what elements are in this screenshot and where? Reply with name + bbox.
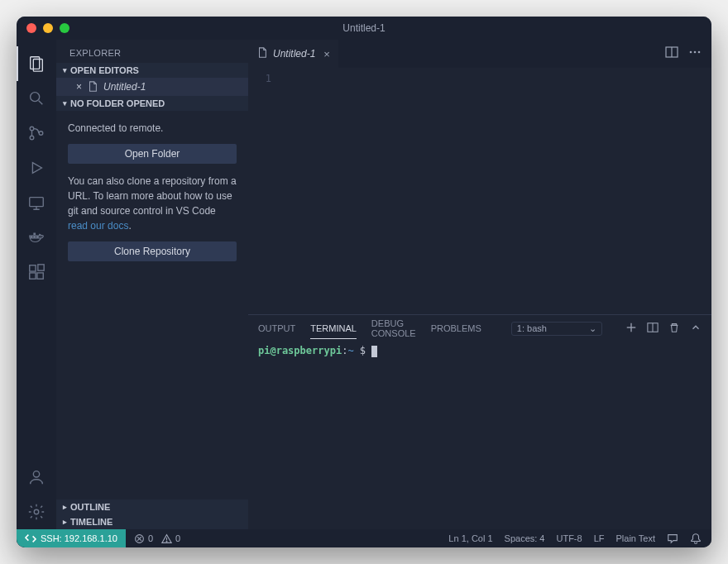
remote-explorer-tab-icon[interactable] [17, 185, 56, 220]
svg-point-6 [39, 131, 43, 136]
chevron-right-icon: ▸ [63, 503, 67, 511]
svg-rect-14 [33, 233, 36, 236]
no-folder-section[interactable]: ▾ NO FOLDER OPENED [56, 96, 248, 111]
editor-area: Untitled-1 × 1 OUTP [248, 40, 711, 529]
maximize-window-button[interactable] [60, 23, 69, 33]
open-editor-filename: Untitled-1 [103, 81, 146, 93]
source-control-tab-icon[interactable] [17, 116, 56, 151]
remote-status[interactable]: SSH: 192.168.1.10 [17, 529, 126, 547]
split-editor-icon[interactable] [665, 45, 678, 62]
timeline-section[interactable]: ▸ TIMELINE [56, 514, 248, 529]
explorer-tab-icon[interactable] [17, 46, 56, 81]
svg-rect-18 [38, 265, 44, 270]
bottom-panel: OUTPUT TERMINAL DEBUG CONSOLE PROBLEMS 1… [248, 314, 711, 529]
svg-point-19 [33, 471, 39, 477]
status-right: Ln 1, Col 1 Spaces: 4 UTF-8 LF Plain Tex… [438, 533, 711, 544]
svg-line-3 [39, 101, 43, 105]
tab-actions [655, 40, 711, 68]
line-number: 1 [248, 73, 285, 314]
connected-text: Connected to remote. [68, 121, 237, 136]
account-icon[interactable] [17, 460, 56, 495]
ssh-label: SSH: 192.168.1.10 [41, 533, 117, 543]
encoding-status[interactable]: UTF-8 [556, 533, 582, 543]
search-tab-icon[interactable] [17, 81, 56, 116]
indentation-status[interactable]: Spaces: 4 [505, 533, 545, 543]
chevron-down-icon: ⌄ [589, 323, 596, 334]
svg-point-24 [694, 51, 697, 54]
minimize-window-button[interactable] [43, 23, 53, 33]
file-icon [256, 47, 268, 61]
terminal-user: pi@raspberrypi [258, 345, 342, 356]
svg-rect-16 [30, 273, 36, 279]
maximize-panel-icon[interactable] [690, 322, 702, 335]
svg-rect-17 [37, 273, 43, 279]
vscode-window: Untitled-1 [17, 17, 711, 547]
chevron-down-icon: ▾ [63, 99, 67, 108]
terminal-tab[interactable]: TERMINAL [310, 318, 357, 339]
panel-actions [625, 322, 711, 335]
cursor-position-status[interactable]: Ln 1, Col 1 [448, 533, 492, 543]
split-terminal-icon[interactable] [647, 322, 659, 335]
editor-tabs: Untitled-1 × [248, 40, 711, 68]
close-tab-icon[interactable]: × [323, 48, 330, 60]
new-terminal-icon[interactable] [625, 322, 637, 335]
close-icon[interactable]: × [76, 81, 82, 93]
activity-bar [17, 40, 56, 529]
chevron-down-icon: ▾ [63, 66, 67, 74]
editor-content[interactable] [285, 73, 711, 314]
svg-point-23 [690, 51, 692, 54]
bell-icon[interactable] [690, 533, 702, 544]
feedback-icon[interactable] [667, 533, 678, 544]
svg-rect-15 [30, 265, 36, 271]
more-actions-icon[interactable] [688, 45, 702, 62]
kill-terminal-icon[interactable] [668, 322, 680, 335]
extensions-tab-icon[interactable] [17, 255, 56, 289]
terminal-cursor [371, 346, 377, 357]
eol-status[interactable]: LF [594, 533, 605, 543]
open-editors-label: OPEN EDITORS [70, 65, 139, 75]
terminal-dollar: $ [360, 345, 366, 356]
debug-tab-icon[interactable] [17, 151, 56, 185]
editor-tab[interactable]: Untitled-1 × [248, 40, 338, 68]
debug-console-tab[interactable]: DEBUG CONSOLE [371, 313, 416, 343]
tab-filename: Untitled-1 [273, 48, 315, 60]
terminal-selector[interactable]: 1: bash ⌄ [511, 322, 602, 336]
status-bar: SSH: 192.168.1.10 0 0 Ln 1, Col 1 Spaces… [17, 529, 711, 547]
svg-point-4 [30, 127, 34, 131]
open-editor-item[interactable]: × Untitled-1 [56, 78, 248, 96]
file-icon [87, 81, 98, 93]
svg-point-36 [166, 541, 167, 542]
errors-status[interactable]: 0 [134, 533, 153, 544]
main-body: EXPLORER ▾ OPEN EDITORS × Untitled-1 ▾ N… [17, 40, 711, 529]
warnings-status[interactable]: 0 [161, 533, 180, 544]
docker-tab-icon[interactable] [17, 220, 56, 255]
close-window-button[interactable] [26, 23, 36, 33]
editor[interactable]: 1 [248, 68, 711, 314]
settings-gear-icon[interactable] [17, 495, 56, 529]
no-folder-label: NO FOLDER OPENED [70, 98, 165, 108]
outline-label: OUTLINE [70, 502, 110, 512]
svg-marker-7 [32, 163, 41, 174]
language-status[interactable]: Plain Text [616, 533, 656, 543]
svg-point-2 [31, 93, 40, 102]
output-tab[interactable]: OUTPUT [258, 318, 295, 338]
terminal-selector-label: 1: bash [517, 323, 547, 333]
open-folder-button[interactable]: Open Folder [68, 144, 237, 164]
outline-section[interactable]: ▸ OUTLINE [56, 499, 248, 514]
read-docs-link[interactable]: read our docs [68, 220, 128, 232]
svg-point-25 [698, 51, 701, 54]
clone-repository-button[interactable]: Clone Repository [68, 241, 237, 261]
chevron-right-icon: ▸ [63, 518, 67, 526]
clone-help-text: You can also clone a repository from a U… [68, 174, 237, 233]
sidebar-title: EXPLORER [56, 40, 248, 63]
timeline-label: TIMELINE [70, 517, 113, 527]
terminal-body[interactable]: pi@raspberrypi:~ $ [248, 342, 711, 529]
titlebar: Untitled-1 [17, 17, 711, 40]
svg-rect-8 [30, 198, 44, 207]
status-left: 0 0 [126, 533, 189, 544]
sidebar: EXPLORER ▾ OPEN EDITORS × Untitled-1 ▾ N… [56, 40, 248, 529]
panel-tabs: OUTPUT TERMINAL DEBUG CONSOLE PROBLEMS 1… [248, 315, 711, 342]
problems-tab[interactable]: PROBLEMS [431, 318, 481, 338]
terminal-path: ~ [347, 345, 353, 356]
open-editors-section[interactable]: ▾ OPEN EDITORS [56, 63, 248, 78]
